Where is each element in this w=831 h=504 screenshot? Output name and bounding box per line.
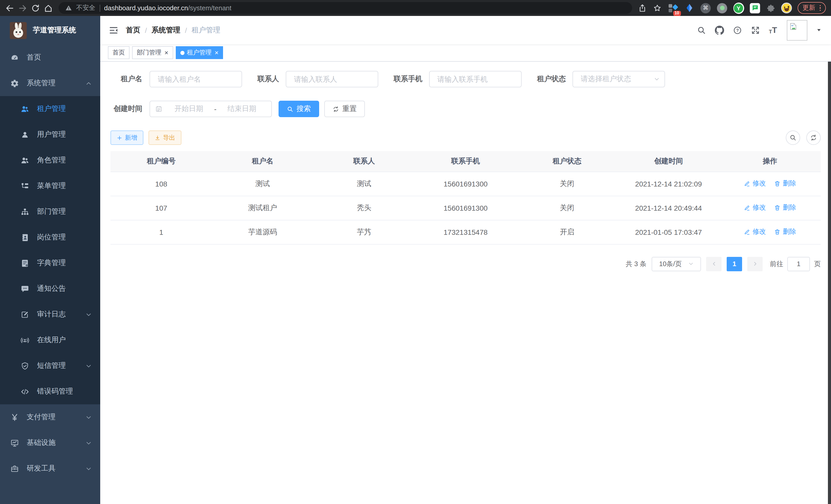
next-page-button[interactable] — [747, 257, 763, 271]
search-icon[interactable] — [697, 25, 706, 35]
extension-chat-icon[interactable] — [749, 3, 760, 13]
sidebar-item-menu-management[interactable]: 菜单管理 — [0, 173, 100, 199]
user-icon — [21, 130, 29, 139]
browser-forward-icon[interactable] — [18, 3, 27, 12]
contact-input[interactable] — [286, 71, 378, 87]
export-button[interactable]: 导出 — [148, 130, 181, 145]
sidebar-item-sms-management[interactable]: 短信管理 — [0, 353, 100, 379]
close-icon[interactable]: × — [165, 49, 168, 56]
sidebar-item-system-management[interactable]: 系统管理 — [0, 70, 100, 96]
gear-icon — [10, 79, 19, 88]
sidebar-logo-row[interactable]: 芋道管理系统 — [0, 16, 100, 45]
show-search-button[interactable] — [786, 130, 800, 145]
delete-link[interactable]: 删除 — [774, 179, 796, 188]
scrollbar[interactable] — [828, 16, 831, 504]
table-row: 107 测试租户 秃头 15601691300 关闭 2021-12-14 20… — [111, 196, 821, 220]
edit-link[interactable]: 修改 — [744, 227, 766, 237]
sidebar-item-audit-log[interactable]: 审计日志 — [0, 302, 100, 327]
cell-created: 2021-12-14 21:02:09 — [618, 172, 719, 196]
sidebar-toggle-icon[interactable] — [109, 25, 119, 35]
sidebar-item-dictionary-management[interactable]: 字典管理 — [0, 250, 100, 276]
help-icon[interactable] — [733, 25, 742, 35]
chevron-up-icon — [85, 80, 92, 87]
page-number-button[interactable]: 1 — [727, 257, 742, 271]
breadcrumb-item-system[interactable]: 系统管理 — [152, 25, 180, 35]
browser-home-icon[interactable] — [44, 3, 53, 12]
extension-command-icon[interactable]: ⌘ — [700, 3, 711, 13]
sidebar-item-announcement[interactable]: 通知公告 — [0, 276, 100, 302]
cell-created: 2021-01-05 17:03:47 — [618, 220, 719, 244]
avatar-caret-down-icon[interactable] — [816, 27, 822, 33]
tab-department-management[interactable]: 部门管理 × — [132, 46, 173, 59]
start-date-placeholder: 开始日期 — [165, 104, 213, 114]
sidebar: 芋道管理系统 首页 系统管理 租户管理 — [0, 16, 100, 504]
delete-link[interactable]: 删除 — [774, 227, 796, 237]
sidebar-item-label: 系统管理 — [27, 79, 56, 88]
browser-menu-dots-icon[interactable] — [820, 5, 821, 11]
tab-tenant-management[interactable]: 租户管理 × — [175, 46, 223, 59]
search-button[interactable]: 搜索 — [279, 101, 319, 117]
sidebar-item-dev-tools[interactable]: 研发工具 — [0, 456, 100, 481]
app-logo — [10, 22, 27, 39]
sidebar-item-label: 审计日志 — [37, 310, 66, 319]
extension-y-logo-icon[interactable]: Y — [733, 3, 744, 13]
table-tools — [786, 130, 821, 145]
edit-link[interactable]: 修改 — [744, 179, 766, 188]
date-range-picker[interactable]: 开始日期 - 结束日期 — [149, 101, 272, 117]
github-icon[interactable] — [715, 25, 724, 35]
user-avatar[interactable] — [787, 20, 807, 40]
sidebar-item-label: 首页 — [27, 53, 41, 62]
sidebar-item-label: 菜单管理 — [37, 181, 66, 190]
edit-link[interactable]: 修改 — [744, 203, 766, 212]
profile-avatar-emoji-icon[interactable] — [781, 3, 792, 13]
dictionary-icon — [21, 259, 29, 267]
extension-tabs-badge-icon[interactable]: 10 — [667, 3, 678, 13]
sidebar-item-home[interactable]: 首页 — [0, 45, 100, 70]
browser-update-button[interactable]: 更新 — [797, 2, 826, 14]
goto-page-input[interactable] — [787, 257, 810, 271]
end-date-placeholder: 结束日期 — [218, 104, 266, 114]
font-size-icon[interactable]: TT — [769, 26, 777, 34]
sidebar-item-post-management[interactable]: 岗位管理 — [0, 225, 100, 250]
refresh-table-button[interactable] — [806, 130, 821, 145]
extension-green-dot-icon[interactable] — [717, 3, 727, 13]
extension-kite-icon[interactable] — [684, 3, 694, 13]
prev-page-button[interactable] — [706, 257, 721, 271]
tab-home[interactable]: 首页 — [108, 46, 130, 59]
sidebar-item-error-code-management[interactable]: 错误码管理 — [0, 379, 100, 404]
share-icon[interactable] — [637, 3, 647, 12]
sidebar-item-label: 基础设施 — [27, 438, 56, 447]
browser-back-icon[interactable] — [5, 3, 15, 12]
sidebar-item-payment-management[interactable]: 支付管理 — [0, 404, 100, 430]
fullscreen-icon[interactable] — [751, 25, 760, 35]
sidebar-item-online-users[interactable]: 在线用户 — [0, 327, 100, 353]
sidebar-item-tenant-management[interactable]: 租户管理 — [0, 96, 100, 122]
page-size-select[interactable]: 10条/页 — [652, 257, 701, 271]
tenant-name-input[interactable] — [149, 71, 242, 87]
page-content: 租户名 联系人 联系手机 租户状态 请选择租户状态 — [100, 62, 831, 504]
cell-actions: 修改 删除 — [719, 196, 821, 220]
bookmark-star-icon[interactable] — [652, 3, 662, 12]
extensions-puzzle-icon[interactable] — [766, 3, 775, 12]
sidebar-item-infrastructure[interactable]: 基础设施 — [0, 430, 100, 456]
reset-button[interactable]: 重置 — [324, 101, 365, 117]
chevron-down-icon — [85, 362, 92, 369]
breadcrumb-item-home[interactable]: 首页 — [126, 25, 140, 35]
status-select[interactable]: 请选择租户状态 — [573, 71, 665, 87]
goto-prefix: 前往 — [770, 259, 783, 268]
error-code-icon — [21, 387, 29, 396]
column-header-tenant-id: 租户编号 — [111, 151, 212, 172]
sidebar-item-user-management[interactable]: 用户管理 — [0, 122, 100, 147]
address-bar[interactable]: 不安全 dashboard.yudao.iocoder.cn/system/te… — [59, 2, 632, 14]
sidebar-item-department-management[interactable]: 部门管理 — [0, 199, 100, 225]
close-icon[interactable]: × — [214, 49, 219, 56]
add-button[interactable]: 新增 — [111, 130, 143, 145]
not-secure-warning-icon[interactable] — [65, 5, 72, 11]
tenant-table: 租户编号 租户名 联系人 联系手机 租户状态 创建时间 操作 108 测试 — [111, 151, 821, 244]
sidebar-item-role-management[interactable]: 角色管理 — [0, 147, 100, 173]
browser-reload-icon[interactable] — [31, 3, 40, 12]
delete-link[interactable]: 删除 — [774, 203, 796, 212]
mobile-input[interactable] — [429, 71, 522, 87]
system-submenu: 租户管理 用户管理 角色管理 菜单管理 — [0, 96, 100, 404]
pagination-total: 共 3 条 — [626, 259, 647, 268]
